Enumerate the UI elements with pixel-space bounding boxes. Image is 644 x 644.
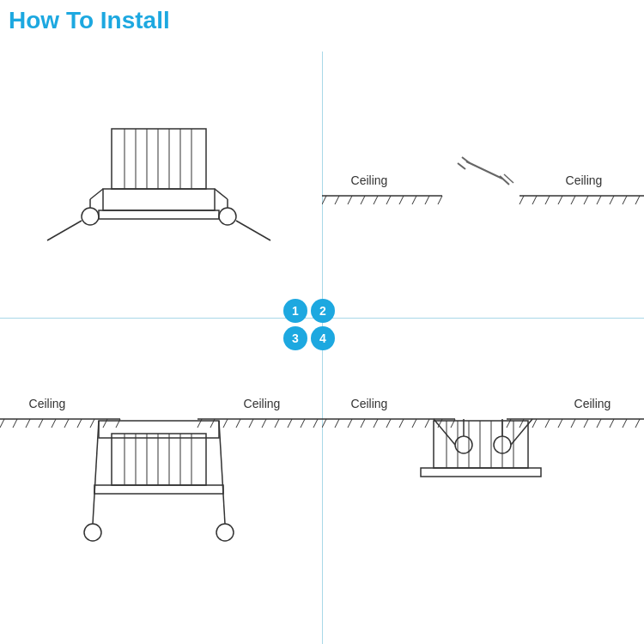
svg-line-103 — [545, 419, 550, 428]
svg-line-55 — [77, 419, 82, 428]
svg-line-82 — [93, 421, 99, 524]
svg-line-95 — [425, 419, 429, 428]
svg-text:Ceiling: Ceiling — [574, 397, 611, 410]
svg-line-41 — [635, 196, 640, 204]
svg-line-102 — [532, 419, 537, 428]
svg-text:Ceiling: Ceiling — [29, 397, 66, 410]
svg-line-36 — [571, 196, 575, 204]
svg-rect-8 — [103, 189, 215, 210]
page-title: How To Install — [9, 7, 170, 34]
svg-line-66 — [262, 419, 266, 428]
svg-line-87 — [322, 419, 326, 428]
svg-line-65 — [249, 419, 253, 428]
svg-text:Ceiling: Ceiling — [566, 173, 603, 187]
svg-point-9 — [82, 208, 99, 225]
svg-line-107 — [597, 419, 601, 428]
svg-text:Ceiling: Ceiling — [244, 397, 281, 410]
svg-line-26 — [399, 196, 404, 204]
svg-line-27 — [412, 196, 416, 204]
svg-line-21 — [335, 196, 339, 204]
svg-line-15 — [215, 189, 228, 199]
svg-rect-71 — [99, 421, 219, 438]
svg-line-32 — [519, 196, 524, 204]
svg-line-63 — [223, 419, 228, 428]
svg-line-23 — [361, 196, 365, 204]
svg-line-44 — [458, 163, 465, 169]
svg-line-42 — [466, 161, 502, 179]
svg-line-88 — [335, 419, 339, 428]
svg-line-56 — [90, 419, 94, 428]
svg-line-25 — [386, 196, 391, 204]
svg-line-94 — [412, 419, 416, 428]
svg-line-34 — [545, 196, 550, 204]
diagram-step-2: Ceiling Ceiling — [322, 52, 644, 318]
svg-line-122 — [434, 419, 455, 445]
svg-line-38 — [597, 196, 601, 204]
diagram-step-1 — [0, 52, 322, 318]
svg-line-68 — [288, 419, 292, 428]
svg-line-37 — [584, 196, 588, 204]
svg-line-109 — [623, 419, 627, 428]
svg-line-49 — [0, 419, 4, 428]
svg-line-12 — [47, 221, 82, 240]
svg-line-92 — [386, 419, 391, 428]
svg-rect-17 — [99, 210, 219, 219]
svg-text:Ceiling: Ceiling — [351, 173, 388, 187]
svg-line-50 — [13, 419, 17, 428]
svg-rect-119 — [421, 468, 541, 477]
svg-line-22 — [348, 196, 352, 204]
svg-line-29 — [438, 196, 442, 204]
svg-line-70 — [313, 419, 318, 428]
svg-line-28 — [425, 196, 429, 204]
svg-line-104 — [558, 419, 562, 428]
svg-line-43 — [462, 157, 470, 163]
svg-line-24 — [374, 196, 378, 204]
svg-line-110 — [635, 419, 640, 428]
svg-line-53 — [52, 419, 56, 428]
svg-line-33 — [532, 196, 537, 204]
svg-line-69 — [301, 419, 305, 428]
svg-line-40 — [623, 196, 627, 204]
svg-rect-80 — [94, 485, 223, 494]
diagram-step-4: Ceiling Ceiling — [322, 318, 644, 644]
svg-line-35 — [558, 196, 562, 204]
svg-point-81 — [84, 524, 101, 541]
svg-line-90 — [361, 419, 365, 428]
svg-line-16 — [236, 221, 270, 240]
svg-line-91 — [374, 419, 378, 428]
svg-line-52 — [39, 419, 43, 428]
svg-line-84 — [219, 421, 225, 524]
svg-line-106 — [584, 419, 588, 428]
diagram-step-3: Ceiling Ceiling — [0, 318, 322, 644]
svg-line-108 — [610, 419, 614, 428]
svg-line-20 — [322, 196, 326, 204]
svg-line-89 — [348, 419, 352, 428]
svg-line-93 — [399, 419, 404, 428]
svg-line-39 — [610, 196, 614, 204]
svg-point-13 — [219, 208, 236, 225]
svg-line-67 — [275, 419, 279, 428]
svg-line-54 — [64, 419, 69, 428]
svg-text:Ceiling: Ceiling — [351, 397, 388, 410]
svg-line-11 — [90, 189, 103, 199]
svg-line-51 — [26, 419, 30, 428]
svg-line-64 — [236, 419, 240, 428]
svg-line-105 — [571, 419, 575, 428]
svg-point-83 — [216, 524, 234, 541]
